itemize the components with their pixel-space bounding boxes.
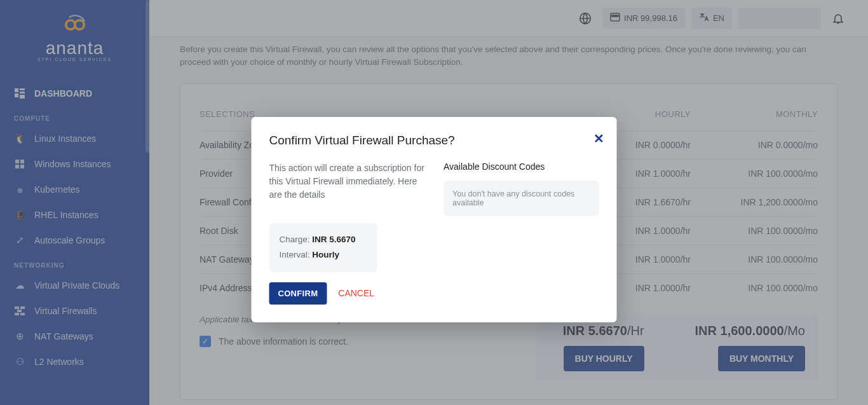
charge-summary: Charge: INR 5.6670 Interval: Hourly [269, 223, 377, 272]
modal-title: Confirm Virtual Firewall Purchase? [269, 134, 599, 148]
modal-description: This action will create a subscription f… [269, 161, 425, 202]
confirm-purchase-modal: Confirm Virtual Firewall Purchase? ✕ Thi… [252, 117, 617, 322]
confirm-button[interactable]: CONFIRM [269, 282, 327, 305]
cancel-button[interactable]: CANCEL [338, 288, 374, 298]
close-icon[interactable]: ✕ [593, 131, 604, 146]
discount-codes-title: Available Discount Codes [444, 161, 599, 172]
discount-codes-empty: You don't have any discount codes availa… [444, 181, 599, 216]
